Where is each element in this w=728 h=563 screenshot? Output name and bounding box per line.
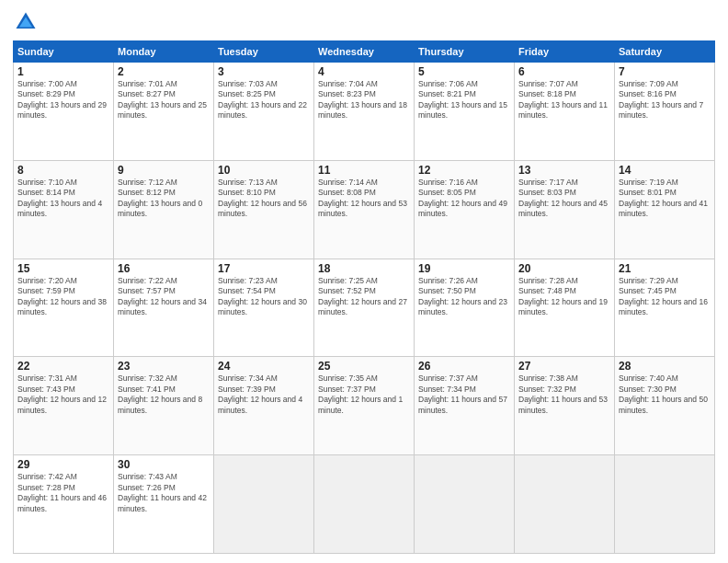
day-info: Sunrise: 7:14 AMSunset: 8:08 PMDaylight:… [318,178,410,220]
day-number: 27 [518,360,610,373]
day-number: 15 [17,262,109,275]
day-number: 17 [218,262,310,275]
calendar-cell: 20Sunrise: 7:28 AMSunset: 7:48 PMDayligh… [515,259,615,357]
day-number: 22 [17,360,109,373]
calendar-cell: 28Sunrise: 7:40 AMSunset: 7:30 PMDayligh… [615,357,715,455]
calendar-week-row: 15Sunrise: 7:20 AMSunset: 7:59 PMDayligh… [14,259,715,357]
calendar-week-row: 1Sunrise: 7:00 AMSunset: 8:29 PMDaylight… [14,63,715,161]
calendar-header-row: SundayMondayTuesdayWednesdayThursdayFrid… [14,41,715,63]
calendar-cell: 22Sunrise: 7:31 AMSunset: 7:43 PMDayligh… [14,357,114,455]
day-info: Sunrise: 7:32 AMSunset: 7:41 PMDaylight:… [118,373,210,416]
calendar-cell: 4Sunrise: 7:04 AMSunset: 8:23 PMDaylight… [314,63,415,161]
day-number: 8 [17,164,109,177]
day-number: 25 [318,360,410,373]
calendar-cell [415,455,515,554]
calendar-cell [515,455,615,554]
day-info: Sunrise: 7:16 AMSunset: 8:05 PMDaylight:… [418,178,510,220]
day-number: 19 [418,262,510,275]
calendar-day-header: Wednesday [314,41,415,63]
calendar-cell: 6Sunrise: 7:07 AMSunset: 8:18 PMDaylight… [515,63,615,161]
calendar-cell [615,455,715,554]
day-info: Sunrise: 7:10 AMSunset: 8:14 PMDaylight:… [17,178,109,220]
calendar-cell: 23Sunrise: 7:32 AMSunset: 7:41 PMDayligh… [114,357,214,455]
day-number: 30 [118,458,210,471]
day-info: Sunrise: 7:42 AMSunset: 7:28 PMDaylight:… [17,472,109,514]
calendar-cell: 2Sunrise: 7:01 AMSunset: 8:27 PMDaylight… [114,63,214,161]
calendar-cell: 21Sunrise: 7:29 AMSunset: 7:45 PMDayligh… [615,259,715,357]
day-info: Sunrise: 7:22 AMSunset: 7:57 PMDaylight:… [118,276,210,318]
calendar-cell: 12Sunrise: 7:16 AMSunset: 8:05 PMDayligh… [415,160,515,259]
day-number: 29 [17,458,109,471]
day-info: Sunrise: 7:17 AMSunset: 8:03 PMDaylight:… [518,178,610,220]
calendar-cell: 18Sunrise: 7:25 AMSunset: 7:52 PMDayligh… [314,259,415,357]
calendar-cell: 5Sunrise: 7:06 AMSunset: 8:21 PMDaylight… [415,63,515,161]
day-info: Sunrise: 7:19 AMSunset: 8:01 PMDaylight:… [619,178,711,220]
day-number: 6 [518,65,610,78]
header [13,9,715,35]
day-info: Sunrise: 7:26 AMSunset: 7:50 PMDaylight:… [418,276,510,318]
calendar-day-header: Monday [114,41,214,63]
day-number: 1 [17,65,109,78]
calendar-cell: 19Sunrise: 7:26 AMSunset: 7:50 PMDayligh… [415,259,515,357]
day-number: 20 [518,262,610,275]
logo-icon [13,9,39,35]
day-info: Sunrise: 7:20 AMSunset: 7:59 PMDaylight:… [17,276,109,318]
calendar-cell: 25Sunrise: 7:35 AMSunset: 7:37 PMDayligh… [314,357,415,455]
calendar-table: SundayMondayTuesdayWednesdayThursdayFrid… [13,40,715,554]
calendar-cell: 16Sunrise: 7:22 AMSunset: 7:57 PMDayligh… [114,259,214,357]
day-number: 10 [218,164,310,177]
day-number: 9 [118,164,210,177]
day-number: 18 [318,262,410,275]
calendar-cell: 13Sunrise: 7:17 AMSunset: 8:03 PMDayligh… [515,160,615,259]
calendar-cell [214,455,314,554]
logo [13,9,42,35]
day-number: 13 [518,164,610,177]
calendar-cell: 14Sunrise: 7:19 AMSunset: 8:01 PMDayligh… [615,160,715,259]
calendar-week-row: 8Sunrise: 7:10 AMSunset: 8:14 PMDaylight… [14,160,715,259]
day-number: 5 [418,65,510,78]
day-number: 21 [619,262,711,275]
calendar-cell: 24Sunrise: 7:34 AMSunset: 7:39 PMDayligh… [214,357,314,455]
day-number: 4 [318,65,410,78]
calendar-day-header: Thursday [415,41,515,63]
calendar-day-header: Sunday [14,41,114,63]
day-info: Sunrise: 7:04 AMSunset: 8:23 PMDaylight:… [318,79,410,121]
day-info: Sunrise: 7:43 AMSunset: 7:26 PMDaylight:… [118,472,210,514]
calendar-cell: 11Sunrise: 7:14 AMSunset: 8:08 PMDayligh… [314,160,415,259]
day-info: Sunrise: 7:40 AMSunset: 7:30 PMDaylight:… [619,373,711,416]
calendar-body: 1Sunrise: 7:00 AMSunset: 8:29 PMDaylight… [14,63,715,554]
calendar-day-header: Saturday [615,41,715,63]
day-number: 28 [619,360,711,373]
calendar-cell: 1Sunrise: 7:00 AMSunset: 8:29 PMDaylight… [14,63,114,161]
calendar-cell: 7Sunrise: 7:09 AMSunset: 8:16 PMDaylight… [615,63,715,161]
calendar-cell: 10Sunrise: 7:13 AMSunset: 8:10 PMDayligh… [214,160,314,259]
calendar-day-header: Tuesday [214,41,314,63]
calendar-week-row: 22Sunrise: 7:31 AMSunset: 7:43 PMDayligh… [14,357,715,455]
calendar-cell: 30Sunrise: 7:43 AMSunset: 7:26 PMDayligh… [114,455,214,554]
page-container: SundayMondayTuesdayWednesdayThursdayFrid… [0,0,728,563]
day-number: 12 [418,164,510,177]
calendar-cell: 29Sunrise: 7:42 AMSunset: 7:28 PMDayligh… [14,455,114,554]
calendar-cell: 8Sunrise: 7:10 AMSunset: 8:14 PMDaylight… [14,160,114,259]
day-info: Sunrise: 7:25 AMSunset: 7:52 PMDaylight:… [318,276,410,318]
calendar-cell: 26Sunrise: 7:37 AMSunset: 7:34 PMDayligh… [415,357,515,455]
day-number: 2 [118,65,210,78]
day-number: 7 [619,65,711,78]
day-number: 16 [118,262,210,275]
day-info: Sunrise: 7:37 AMSunset: 7:34 PMDaylight:… [418,373,510,416]
day-info: Sunrise: 7:13 AMSunset: 8:10 PMDaylight:… [218,178,310,220]
day-info: Sunrise: 7:29 AMSunset: 7:45 PMDaylight:… [619,276,711,318]
calendar-cell: 9Sunrise: 7:12 AMSunset: 8:12 PMDaylight… [114,160,214,259]
day-info: Sunrise: 7:23 AMSunset: 7:54 PMDaylight:… [218,276,310,318]
calendar-cell: 27Sunrise: 7:38 AMSunset: 7:32 PMDayligh… [515,357,615,455]
calendar-week-row: 29Sunrise: 7:42 AMSunset: 7:28 PMDayligh… [14,455,715,554]
calendar-day-header: Friday [515,41,615,63]
day-info: Sunrise: 7:38 AMSunset: 7:32 PMDaylight:… [518,373,610,416]
day-info: Sunrise: 7:28 AMSunset: 7:48 PMDaylight:… [518,276,610,318]
calendar-cell: 17Sunrise: 7:23 AMSunset: 7:54 PMDayligh… [214,259,314,357]
day-info: Sunrise: 7:12 AMSunset: 8:12 PMDaylight:… [118,178,210,220]
day-info: Sunrise: 7:03 AMSunset: 8:25 PMDaylight:… [218,79,310,121]
day-info: Sunrise: 7:34 AMSunset: 7:39 PMDaylight:… [218,373,310,416]
calendar-cell [314,455,415,554]
day-info: Sunrise: 7:00 AMSunset: 8:29 PMDaylight:… [17,79,109,121]
